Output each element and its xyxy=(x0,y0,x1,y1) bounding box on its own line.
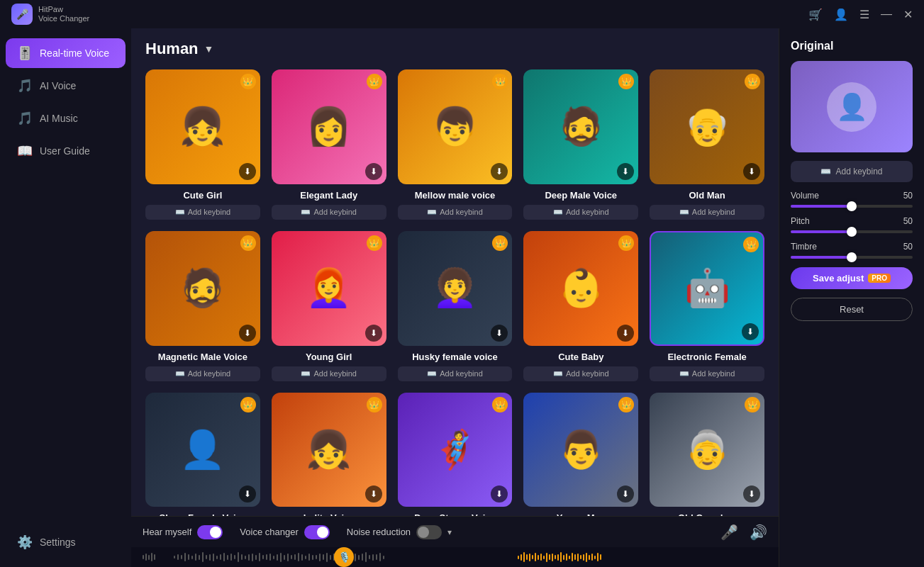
voice-name-7: Young Girl xyxy=(306,352,352,362)
keybind-btn-2[interactable]: ⌨️Add keybind xyxy=(272,205,386,220)
voice-card-4[interactable]: 🧔👑⬇Deep Male Voice⌨️Add keybind xyxy=(523,69,638,220)
voice-card-1[interactable]: 👧👑⬇Cute Girl⌨️Add keybind xyxy=(145,69,260,220)
waveform-dot-right xyxy=(591,554,593,561)
waveform-dot xyxy=(184,553,186,561)
waveform-dot xyxy=(294,554,296,560)
volume-slider[interactable] xyxy=(791,205,913,208)
voice-changer-toggle[interactable] xyxy=(304,525,330,539)
keybind-btn-9[interactable]: ⌨️Add keybind xyxy=(523,366,638,381)
keybind-btn-3[interactable]: ⌨️Add keybind xyxy=(398,205,513,220)
download-badge[interactable]: ⬇ xyxy=(239,325,256,342)
category-dropdown[interactable]: ▼ xyxy=(204,43,214,55)
voice-card-9[interactable]: 👶👑⬇Cute Baby⌨️Add keybind xyxy=(523,231,638,381)
pitch-slider[interactable] xyxy=(791,230,913,233)
keybind-btn-10[interactable]: ⌨️Add keybind xyxy=(650,366,764,381)
voice-card-6[interactable]: 🧔👑⬇Magnetic Male Voice⌨️Add keybind xyxy=(145,231,260,381)
keybind-btn-4[interactable]: ⌨️Add keybind xyxy=(523,205,638,220)
waveform-dot xyxy=(308,554,310,561)
timbre-slider[interactable] xyxy=(791,256,913,259)
save-adjust-button[interactable]: Save adjust PRO xyxy=(791,267,913,289)
sidebar-item-aimusic[interactable]: 🎵 AI Music xyxy=(6,103,126,133)
keybind-icon: ⌨️ xyxy=(679,208,689,217)
download-badge[interactable]: ⬇ xyxy=(491,325,508,342)
waveform-dot-right xyxy=(557,554,559,561)
avatar: 👤 xyxy=(827,82,876,132)
panel-keybind-button[interactable]: ⌨️ Add keybind xyxy=(791,161,913,182)
waveform-dot xyxy=(379,553,381,561)
voice-card-11[interactable]: 👤👑⬇Sharp Female Voice⌨️Add keybind xyxy=(145,393,260,516)
waveform-dot xyxy=(188,554,189,560)
voice-card-10[interactable]: 🤖👑⬇Electronic Female⌨️Add keybind xyxy=(650,231,764,381)
minimize-icon[interactable]: — xyxy=(881,8,892,21)
download-badge[interactable]: ⬇ xyxy=(742,323,759,340)
voice-card-13[interactable]: 🦸👑⬇Deep Strong Voice⌨️Add keybind xyxy=(398,393,513,516)
voice-card-8[interactable]: 👩‍🦱👑⬇Husky female voice⌨️Add keybind xyxy=(398,231,513,381)
cart-icon[interactable]: 🛒 xyxy=(808,8,823,21)
close-icon[interactable]: ✕ xyxy=(903,8,913,21)
voice-card-14[interactable]: 👨👑⬇Young Man⌨️Add keybind xyxy=(523,393,638,516)
waveform-dot xyxy=(202,552,204,562)
keybind-label: Add keybind xyxy=(692,369,735,378)
voice-card-image-15: 👵👑⬇ xyxy=(650,393,764,507)
download-badge[interactable]: ⬇ xyxy=(365,485,382,503)
keybind-btn-5[interactable]: ⌨️Add keybind xyxy=(650,205,764,220)
download-badge[interactable]: ⬇ xyxy=(365,325,382,342)
voice-card-image-13: 🦸👑⬇ xyxy=(398,393,513,507)
keybind-label: Add keybind xyxy=(313,208,357,216)
keybind-btn-7[interactable]: ⌨️Add keybind xyxy=(272,366,386,381)
voice-card-7[interactable]: 👩‍🦰👑⬇Young Girl⌨️Add keybind xyxy=(272,231,386,381)
waveform-dot-right xyxy=(572,553,573,561)
voice-card-5[interactable]: 👴👑⬇Old Man⌨️Add keybind xyxy=(650,69,764,220)
reset-button[interactable]: Reset xyxy=(791,298,913,321)
hear-myself-toggle[interactable] xyxy=(197,525,223,539)
speaker-icon[interactable]: 🔊 xyxy=(750,524,767,541)
avatar-container: 👤 xyxy=(791,61,913,152)
menu-icon[interactable]: ☰ xyxy=(859,8,869,21)
waveform-dot xyxy=(284,555,285,560)
waveform-dot-right xyxy=(583,554,584,561)
download-badge[interactable]: ⬇ xyxy=(743,163,760,180)
sidebar-item-userguide[interactable]: 📖 User Guide xyxy=(6,136,126,166)
waveform-dot xyxy=(376,554,377,560)
download-badge[interactable]: ⬇ xyxy=(617,325,634,342)
waveform-dot xyxy=(195,554,196,561)
waveform-dot xyxy=(238,552,239,562)
voice-grid-container[interactable]: 👧👑⬇Cute Girl⌨️Add keybind👩👑⬇Elegant Lady… xyxy=(131,64,779,516)
noise-reduction-toggle[interactable] xyxy=(416,525,442,539)
voice-name-3: Mellow male voice xyxy=(415,190,495,201)
waveform-dot xyxy=(312,555,313,560)
voice-card-image-11: 👤👑⬇ xyxy=(145,393,260,507)
voice-card-3[interactable]: 👦👑⬇Mellow male voice⌨️Add keybind xyxy=(398,69,513,220)
sidebar-item-settings[interactable]: ⚙️ Settings xyxy=(6,527,126,557)
sidebar-item-realtime[interactable]: 🎚️ Real-time Voice xyxy=(6,38,126,68)
waveform-dot xyxy=(266,554,267,560)
mic-icon[interactable]: 🎤 xyxy=(720,524,738,541)
keybind-panel-icon: ⌨️ xyxy=(820,167,831,176)
voice-card-12[interactable]: 👧👑⬇Lolita Voice⌨️Add keybind xyxy=(272,393,386,516)
hear-myself-label: Hear myself xyxy=(143,527,191,537)
download-badge[interactable]: ⬇ xyxy=(239,163,256,180)
keybind-label: Add keybind xyxy=(188,208,231,216)
waveform-center-icon[interactable]: 🎙️ xyxy=(334,547,354,567)
download-badge[interactable]: ⬇ xyxy=(617,163,634,180)
waveform-dot-right xyxy=(594,556,596,559)
voice-card-image-7: 👩‍🦰👑⬇ xyxy=(272,231,386,346)
download-badge[interactable]: ⬇ xyxy=(365,163,382,180)
voice-card-15[interactable]: 👵👑⬇Old Grandma⌨️Add keybind xyxy=(650,393,764,516)
user-icon[interactable]: 👤 xyxy=(834,8,848,21)
voice-name-5: Old Man xyxy=(689,190,725,201)
noise-dropdown-arrow[interactable]: ▾ xyxy=(447,527,452,537)
waveform-dot xyxy=(355,554,356,561)
voice-card-image-3: 👦👑⬇ xyxy=(398,69,513,184)
waveform-dot-right xyxy=(552,554,553,561)
keybind-label: Add keybind xyxy=(313,369,357,378)
keybind-btn-6[interactable]: ⌨️Add keybind xyxy=(145,366,260,381)
user-guide-icon: 📖 xyxy=(17,143,33,159)
keybind-btn-1[interactable]: ⌨️Add keybind xyxy=(145,205,260,220)
timbre-slider-section: Timbre 50 xyxy=(791,242,913,259)
voice-card-2[interactable]: 👩👑⬇Elegant Lady⌨️Add keybind xyxy=(272,69,386,220)
sidebar-item-aivoice[interactable]: 🎵 AI Voice xyxy=(6,71,126,101)
keybind-btn-8[interactable]: ⌨️Add keybind xyxy=(398,366,513,381)
waveform-dot xyxy=(319,554,321,561)
voice-card-image-2: 👩👑⬇ xyxy=(272,69,386,184)
